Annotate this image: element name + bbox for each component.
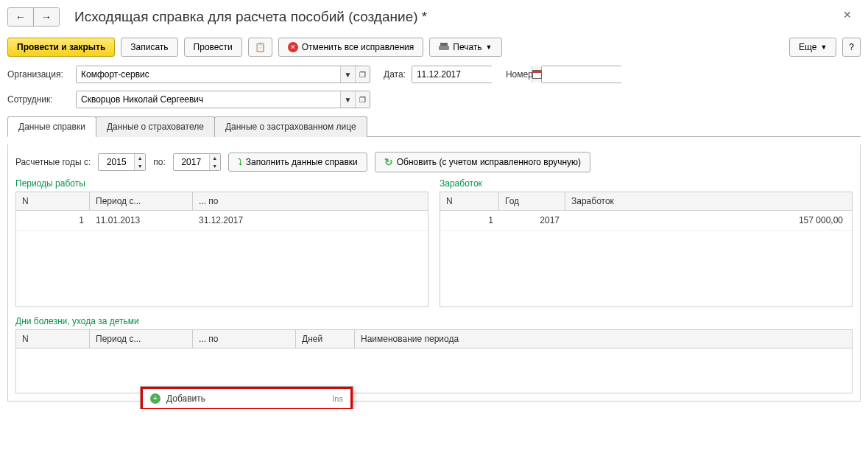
refresh-button[interactable]: ↻ Обновить (с учетом исправленного вручн… — [375, 152, 590, 172]
sickness-title: Дни болезни, ухода за детьми — [15, 316, 853, 326]
employee-picker[interactable]: ❐ — [355, 91, 370, 108]
save-button[interactable]: Записать — [121, 38, 177, 57]
years-to-label: по: — [153, 157, 166, 167]
close-button[interactable]: ✕ — [843, 9, 852, 21]
cell-year: 2017 — [499, 211, 565, 230]
context-menu: + Добавить Ins ⎘ Скопировать F9 ✕ Удалит… — [140, 386, 353, 409]
year-to-down[interactable]: ▼ — [210, 162, 220, 170]
year-to-input[interactable] — [174, 154, 209, 170]
earnings-col-n[interactable]: N — [440, 192, 499, 210]
periods-grid: N Период с... ... по 1 11.01.2013 31.12.… — [15, 192, 428, 307]
org-label: Организация: — [7, 69, 70, 80]
table-row[interactable]: 1 11.01.2013 31.12.2017 — [16, 211, 428, 231]
print-button[interactable]: Печать ▼ — [429, 38, 501, 57]
earnings-grid: N Год Заработок 1 2017 157 000,00 — [440, 192, 853, 307]
structure-button[interactable]: 📋 — [248, 38, 272, 57]
periods-title: Периоды работы — [15, 178, 428, 189]
fill-label: Заполнить данные справки — [246, 157, 358, 167]
more-label: Еще — [799, 42, 816, 52]
ctx-add-label: Добавить — [166, 393, 205, 404]
sickness-col-days[interactable]: Дней — [296, 330, 355, 348]
print-label: Печать — [453, 42, 481, 52]
tab-insurer-data[interactable]: Данные о страхователе — [96, 116, 215, 137]
org-input[interactable] — [77, 66, 340, 83]
submit-close-button[interactable]: Провести и закрыть — [7, 38, 115, 57]
employee-dropdown[interactable]: ▼ — [340, 91, 355, 108]
sickness-grid: N Период с... ... по Дней Наименование п… — [15, 329, 853, 393]
ctx-add-shortcut: Ins — [332, 394, 343, 403]
cell-n: 1 — [440, 211, 499, 230]
cancel-corrections-label: Отменить все исправления — [302, 42, 414, 52]
table-row[interactable]: 1 2017 157 000,00 — [440, 211, 852, 231]
earnings-title: Заработок — [440, 178, 853, 189]
cell-amount: 157 000,00 — [565, 211, 852, 230]
refresh-icon: ↻ — [384, 156, 393, 168]
nav-arrows: ← → — [7, 7, 60, 27]
tab-reference-data[interactable]: Данные справки — [7, 116, 96, 137]
submit-button[interactable]: Провести — [184, 38, 242, 57]
periods-col-n[interactable]: N — [16, 192, 90, 210]
employee-input[interactable] — [77, 91, 340, 108]
help-button[interactable]: ? — [842, 38, 861, 57]
year-from-input[interactable] — [99, 154, 134, 170]
periods-col-to[interactable]: ... по — [193, 192, 428, 210]
sickness-col-from[interactable]: Период с... — [90, 330, 193, 348]
sickness-col-n[interactable]: N — [16, 330, 90, 348]
nav-back-button[interactable]: ← — [8, 8, 34, 26]
chevron-down-icon: ▼ — [486, 43, 493, 51]
cell-n: 1 — [16, 211, 90, 230]
page-title: Исходящая справка для расчета пособий (с… — [74, 9, 427, 25]
printer-icon — [439, 43, 449, 52]
year-to-up[interactable]: ▲ — [210, 154, 220, 162]
plus-icon: + — [150, 393, 160, 404]
cancel-icon: ✕ — [288, 42, 298, 52]
cell-from: 11.01.2013 — [90, 211, 193, 230]
structure-icon: 📋 — [255, 42, 266, 52]
number-label: Номер: — [506, 69, 535, 80]
org-picker[interactable]: ❐ — [355, 66, 370, 83]
fill-icon: ⤵ — [238, 157, 242, 167]
date-label: Дата: — [384, 69, 406, 80]
chevron-down-icon: ▼ — [820, 43, 827, 51]
number-input[interactable] — [542, 66, 661, 83]
earnings-col-amount[interactable]: Заработок — [565, 192, 852, 210]
tab-insured-data[interactable]: Данные о застрахованном лице — [214, 116, 367, 137]
more-button[interactable]: Еще ▼ — [789, 38, 836, 57]
org-dropdown[interactable]: ▼ — [340, 66, 355, 83]
cell-to: 31.12.2017 — [193, 211, 249, 230]
ctx-add[interactable]: + Добавить Ins — [141, 387, 353, 409]
earnings-col-year[interactable]: Год — [499, 192, 565, 210]
sickness-col-name[interactable]: Наименование периода — [355, 330, 852, 348]
fill-button[interactable]: ⤵ Заполнить данные справки — [228, 153, 367, 172]
year-from-up[interactable]: ▲ — [135, 154, 145, 162]
calendar-icon — [532, 70, 542, 79]
periods-col-from[interactable]: Период с... — [90, 192, 193, 210]
nav-forward-button[interactable]: → — [34, 8, 59, 26]
sickness-col-to[interactable]: ... по — [193, 330, 296, 348]
refresh-label: Обновить (с учетом исправленного вручную… — [397, 157, 581, 167]
employee-label: Сотрудник: — [7, 94, 70, 105]
years-from-label: Расчетные годы с: — [15, 157, 91, 167]
year-from-down[interactable]: ▼ — [135, 162, 145, 170]
cancel-corrections-button[interactable]: ✕ Отменить все исправления — [278, 38, 424, 57]
